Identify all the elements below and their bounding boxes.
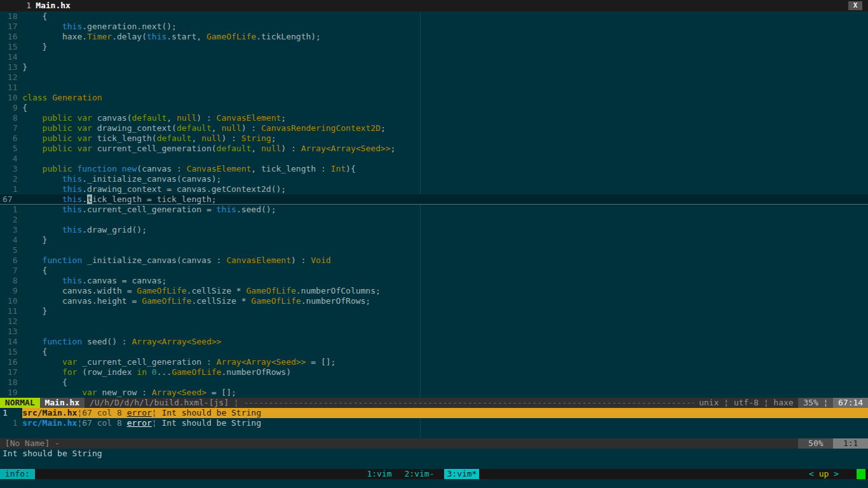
- code-token: [22, 255, 42, 265]
- tmux-scroll-up-control[interactable]: <up>: [809, 469, 839, 479]
- tmux-session-label: info:: [0, 469, 35, 479]
- code-token: GameOfLife: [142, 296, 191, 306]
- code-line[interactable]: 14: [0, 52, 868, 62]
- code-text: public var current_cell_generation(defau…: [22, 144, 868, 154]
- close-icon[interactable]: X: [848, 1, 862, 10]
- code-text: [22, 52, 868, 62]
- qf-kind: error: [127, 418, 152, 428]
- code-text: {: [22, 266, 868, 276]
- code-line[interactable]: 3 public function new(canvas : CanvasEle…: [0, 164, 868, 174]
- tmux-window-2vim[interactable]: 2:vim-: [402, 469, 437, 479]
- code-line[interactable]: 18 {: [0, 377, 868, 388]
- qf-kind: error: [127, 408, 152, 417]
- code-line[interactable]: 12: [0, 72, 868, 83]
- code-token: tick_length(: [92, 133, 157, 143]
- code-line[interactable]: 8 this.canvas = canvas;: [0, 276, 868, 286]
- code-line[interactable]: 67 this.tick_length = tick_length;: [0, 194, 868, 205]
- code-token: [22, 194, 62, 204]
- code-line[interactable]: 9{: [0, 103, 868, 113]
- code-token: .draw_grid();: [82, 225, 147, 234]
- line-number: 1: [3, 184, 22, 194]
- code-line[interactable]: 12: [0, 316, 868, 327]
- code-text: }: [22, 42, 868, 52]
- code-line[interactable]: 19 var new_row : Array<Seed> = [];: [0, 388, 868, 398]
- code-token: [147, 367, 152, 377]
- code-text: this.tick_length = tick_length;: [22, 194, 868, 204]
- code-line[interactable]: 15 {: [0, 347, 868, 357]
- code-line[interactable]: 1 this.current_cell_generation = this.se…: [0, 205, 868, 215]
- code-token: this: [147, 32, 166, 41]
- code-line[interactable]: 14 function seed() : Array<Array<Seed>>: [0, 337, 868, 347]
- quickfix-entry[interactable]: 1src/Main.hx¦67 col 8 error¦ Int should …: [0, 418, 868, 428]
- code-text: this.canvas = canvas;: [22, 276, 868, 286]
- code-line[interactable]: 6 function _initialize_canvas(canvas : C…: [0, 255, 868, 266]
- code-line[interactable]: 8 public var canvas(default, null) : Can…: [0, 113, 868, 123]
- code-line[interactable]: 4 }: [0, 235, 868, 245]
- code-line[interactable]: 10class Generation: [0, 93, 868, 103]
- line-number: 18: [3, 377, 22, 388]
- code-line[interactable]: 3 this.draw_grid();: [0, 225, 868, 235]
- code-line[interactable]: 17 for (row_index in 0...GameOfLife.numb…: [0, 367, 868, 377]
- code-line[interactable]: 2 this._initialize_canvas(canvas);: [0, 174, 868, 184]
- statusline-fill: ----------------------------------------…: [243, 398, 694, 408]
- code-line[interactable]: 16 haxe.Timer.delay(this.start, GameOfLi…: [0, 32, 868, 42]
- code-text: [22, 72, 868, 83]
- tmux-window-3vim[interactable]: 3:vim*: [444, 469, 479, 479]
- line-number: 18: [3, 11, 22, 22]
- code-token: null: [221, 123, 241, 133]
- code-line[interactable]: 9 canvas.width = GameOfLife.cellSize * G…: [0, 286, 868, 296]
- noname-right: 50% 1:1: [798, 438, 868, 449]
- code-text: function seed() : Array<Array<Seed>>: [22, 337, 868, 347]
- code-token: default: [157, 133, 192, 143]
- code-token: ;: [281, 113, 286, 123]
- code-token: ,: [212, 123, 222, 133]
- code-line[interactable]: 6 public var tick_length(default, null) …: [0, 133, 868, 144]
- code-line[interactable]: 16 var _current_cell_generation : Array<…: [0, 357, 868, 367]
- empty-line: [0, 459, 868, 469]
- code-line[interactable]: 5: [0, 245, 868, 255]
- code-line[interactable]: 4: [0, 154, 868, 164]
- code-line[interactable]: 15 }: [0, 42, 868, 52]
- code-text: canvas.width = GameOfLife.cellSize * Gam…: [22, 286, 868, 296]
- code-token: GameOfLife: [247, 286, 296, 295]
- code-line[interactable]: 13: [0, 327, 868, 337]
- line-number: 2: [3, 174, 22, 184]
- quickfix-entry[interactable]: 1src/Main.hx¦67 col 8 error¦ Int should …: [0, 408, 868, 418]
- code-token: this: [62, 225, 82, 234]
- statusline-separator: ¦: [229, 398, 243, 408]
- code-line[interactable]: 1 this.drawing_context = canvas.getConte…: [0, 184, 868, 194]
- code-token: [22, 133, 42, 143]
- code-line[interactable]: 18 {: [0, 11, 868, 22]
- code-line[interactable]: 17 this.generation.next();: [0, 22, 868, 32]
- code-token: Array<Array<Seed>>: [301, 144, 391, 153]
- code-line[interactable]: 10 canvas.height = GameOfLife.cellSize *…: [0, 296, 868, 306]
- code-token: ;: [381, 123, 386, 133]
- tmux-status-bar: info: 1:vim2:vim-3:vim* <up>: [0, 469, 868, 479]
- code-token: CanvasElement: [217, 113, 281, 123]
- code-token: {: [22, 103, 27, 112]
- nav-up-label: up: [814, 469, 834, 479]
- code-line[interactable]: 2: [0, 215, 868, 225]
- code-token: ) :: [241, 123, 261, 133]
- line-number: 4: [3, 235, 22, 245]
- code-line[interactable]: 7 {: [0, 266, 868, 276]
- code-line[interactable]: 11 }: [0, 306, 868, 316]
- code-text: public var drawing_context(default, null…: [22, 123, 868, 133]
- code-token: ,: [166, 113, 177, 123]
- code-token: canvas(: [92, 113, 132, 123]
- code-text: haxe.Timer.delay(this.start, GameOfLife.…: [22, 32, 868, 42]
- code-token: public var: [43, 123, 92, 133]
- code-line[interactable]: 13}: [0, 62, 868, 72]
- code-token: [22, 123, 42, 133]
- tmux-window-1vim[interactable]: 1:vim: [364, 469, 394, 479]
- line-number: 7: [3, 123, 22, 133]
- code-line[interactable]: 7 public var drawing_context(default, nu…: [0, 123, 868, 133]
- code-token: Timer: [87, 32, 112, 41]
- code-token: .canvas = canvas;: [82, 276, 166, 285]
- code-text: {: [22, 11, 868, 22]
- code-token: ._initialize_canvas(canvas);: [82, 174, 221, 184]
- quickfix-entry-text: src/Main.hx¦67 col 8 error¦ Int should b…: [22, 408, 868, 418]
- code-line[interactable]: 5 public var current_cell_generation(def…: [0, 144, 868, 154]
- code-line[interactable]: 11: [0, 83, 868, 93]
- code-token: (canvas :: [137, 164, 186, 173]
